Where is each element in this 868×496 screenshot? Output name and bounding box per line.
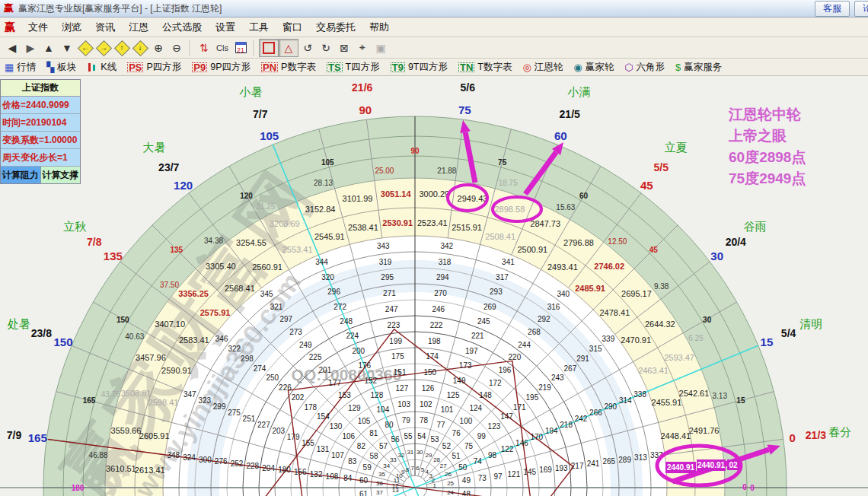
rotate-ccw-icon[interactable]: ↺ (298, 40, 317, 56)
svg-text:3.13: 3.13 (713, 392, 728, 400)
svg-text:46.88: 46.88 (89, 451, 108, 459)
wheel-icon: ◉ (573, 62, 582, 73)
toolbar-separator (190, 40, 191, 56)
secondary-button[interactable]: 论坛 (854, 1, 868, 17)
calc-resistance-button[interactable]: 计算阻力 (1, 167, 41, 183)
pan-left-icon[interactable]: ← (76, 40, 94, 56)
triangle-tool-icon[interactable]: △ (279, 39, 298, 57)
svg-text:177: 177 (328, 379, 341, 387)
svg-text:249: 249 (299, 341, 312, 349)
zoom-out-icon[interactable]: ⊖ (168, 40, 186, 56)
svg-text:132: 132 (310, 470, 323, 479)
kline-button[interactable]: K线 (87, 61, 116, 74)
svg-text:196: 196 (499, 366, 512, 374)
p-square-button[interactable]: PSP四方形 (127, 61, 181, 74)
svg-text:150: 150 (116, 316, 129, 324)
menu-item-1[interactable]: 文件 (21, 19, 55, 36)
svg-text:340: 340 (557, 290, 570, 298)
down-icon[interactable]: ▼ (58, 40, 76, 56)
svg-text:2847.73: 2847.73 (530, 219, 560, 228)
up-icon[interactable]: ▲ (40, 40, 58, 56)
svg-text:2455.91: 2455.91 (652, 398, 682, 407)
customer-service-button[interactable]: 客服 (815, 1, 850, 17)
rotate-cw-icon[interactable]: ↻ (317, 40, 335, 56)
svg-text:2590.91: 2590.91 (161, 366, 192, 375)
svg-text:313: 313 (634, 453, 647, 462)
svg-text:45: 45 (640, 179, 653, 192)
menu-item-8[interactable]: 窗口 (276, 19, 309, 36)
menu-item-6[interactable]: 设置 (209, 19, 242, 36)
svg-text:15.63: 15.63 (556, 203, 575, 211)
svg-text:193: 193 (555, 464, 568, 472)
svg-text:35: 35 (378, 471, 385, 478)
xbox-icon[interactable]: ⊠ (335, 40, 353, 56)
9t-square-button[interactable]: T99T四方形 (391, 61, 448, 74)
svg-text:49: 49 (462, 476, 471, 485)
9p-square-button[interactable]: P99P四方形 (192, 61, 251, 74)
zoom-in-icon[interactable]: ⊕ (149, 40, 168, 56)
t-number-table-button[interactable]: TNT数字表 (458, 61, 512, 74)
svg-text:130: 130 (330, 422, 343, 431)
svg-text:225: 225 (309, 353, 322, 361)
square-tool-icon[interactable] (259, 39, 279, 57)
svg-text:51: 51 (452, 452, 461, 460)
crosshair-icon[interactable]: ⌖ (353, 40, 372, 56)
svg-text:3610.51: 3610.51 (106, 464, 136, 473)
svg-text:275: 275 (228, 409, 241, 417)
svg-text:294: 294 (436, 273, 449, 281)
svg-text:252: 252 (231, 459, 244, 468)
menu-item-4[interactable]: 江恩 (122, 19, 155, 36)
pan-right-icon[interactable]: → (94, 40, 113, 56)
menu-item-5[interactable]: 公式选股 (155, 19, 209, 36)
prev-icon[interactable]: ◀ (3, 40, 21, 56)
svg-text:101: 101 (441, 405, 454, 414)
svg-text:135: 135 (104, 250, 123, 262)
svg-text:5/5: 5/5 (654, 161, 669, 173)
updown-arrows-icon[interactable]: ⇅ (195, 40, 213, 56)
toolbar-item-label: 赢家服务 (684, 61, 722, 74)
quotes-button[interactable]: ▦行情 (5, 61, 36, 74)
menu-item-10[interactable]: 帮助 (362, 19, 396, 36)
screen-icon[interactable]: ▣ (372, 40, 390, 56)
svg-text:289: 289 (618, 456, 631, 464)
instrument-panel: 上证指数 价格=2440.9099时间=20190104变换系数=1.00000… (0, 79, 81, 184)
svg-text:5: 5 (421, 466, 425, 473)
pan-down-icon[interactable]: ↓ (131, 40, 149, 56)
svg-text:218: 218 (560, 421, 573, 429)
svg-text:298: 298 (241, 355, 254, 363)
svg-text:处暑: 处暑 (8, 317, 30, 330)
svg-text:120: 120 (240, 192, 253, 200)
svg-text:295: 295 (381, 273, 394, 281)
toolbar-item-label: 赢家轮 (586, 61, 614, 74)
svg-text:343: 343 (377, 242, 390, 250)
menu-item-3[interactable]: 资讯 (88, 19, 122, 36)
menu-item-9[interactable]: 交易委托 (309, 19, 362, 36)
svg-text:97: 97 (493, 472, 503, 481)
menu-item-2[interactable]: 浏览 (55, 19, 88, 36)
hexagon-button[interactable]: ⬡六角形 (624, 61, 665, 74)
winner-service-button[interactable]: $赢家服务 (675, 61, 722, 74)
svg-text:34.38: 34.38 (204, 237, 223, 245)
pan-up-icon[interactable]: ↑ (113, 40, 131, 56)
calc-support-button[interactable]: 计算支撑 (41, 167, 81, 183)
svg-text:2545.91: 2545.91 (314, 232, 345, 241)
sectors-button[interactable]: ▚板块 (46, 61, 76, 74)
svg-text:27: 27 (440, 463, 447, 469)
svg-text:267: 267 (564, 364, 577, 373)
winner-wheel-button[interactable]: ◉赢家轮 (573, 61, 614, 74)
p-number-table-button[interactable]: PNP数字表 (261, 61, 316, 74)
toolbar-item-label: T数字表 (477, 61, 512, 74)
svg-text:2440.91: 2440.91 (697, 461, 726, 469)
gann-wheel-button[interactable]: ◎江恩轮 (522, 61, 563, 74)
menu-item-7[interactable]: 工具 (242, 19, 276, 36)
svg-text:131: 131 (317, 445, 330, 453)
t-square-button[interactable]: TST四方形 (327, 61, 380, 74)
svg-text:21/6: 21/6 (352, 81, 372, 94)
svg-text:90: 90 (410, 147, 420, 155)
window-title: 赢家江恩专业版[赢家服务平台] - [上证指数 江恩轮] (18, 2, 222, 15)
calendar-icon[interactable]: 21 (231, 40, 250, 56)
svg-text:339: 339 (602, 335, 615, 343)
cls-button[interactable]: Cls (213, 40, 231, 56)
next-icon[interactable]: ▶ (21, 40, 40, 56)
svg-text:243: 243 (551, 374, 564, 382)
